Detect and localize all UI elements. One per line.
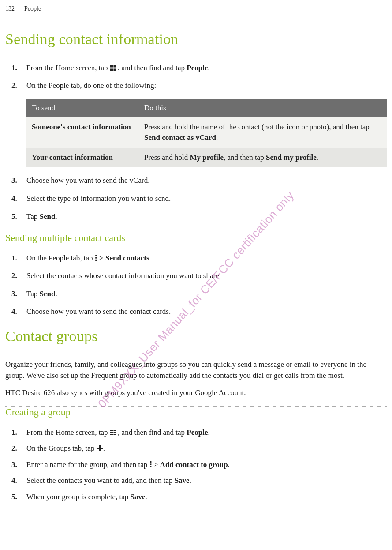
svg-rect-9 [95, 255, 97, 256]
step-item: 4. Select the contacts you want to add, … [26, 475, 387, 486]
step-number: 4. [11, 306, 17, 317]
svg-rect-16 [112, 432, 113, 433]
step-number: 5. [11, 492, 17, 503]
paragraph: HTC Desire 626 also syncs with groups yo… [5, 388, 387, 399]
step-tail: . [146, 493, 147, 501]
step-item: 2. On the Groups tab, tap . [26, 443, 387, 454]
sub-title-sending-multiple: Sending multiple contact cards [5, 233, 125, 243]
step-item: 5. When your group is complete, tap Save… [26, 492, 387, 503]
step-number: 3. [11, 460, 17, 471]
bold-term: Send [40, 290, 56, 298]
cell-text: Press and hold the name of the contact (… [144, 123, 370, 131]
section-title-contact-groups: Contact groups [5, 325, 387, 347]
svg-rect-1 [112, 65, 113, 67]
step-text: On the People tab, tap [26, 254, 95, 262]
svg-rect-20 [114, 434, 116, 435]
table-cell: Press and hold My profile, and then tap … [139, 148, 387, 168]
step-number: 1. [11, 63, 17, 74]
bold-term: People [187, 64, 208, 72]
step-text: Choose how you want to send the contact … [26, 307, 171, 316]
page-number: 132 [5, 4, 15, 13]
step-text: Choose how you want to send the vCard. [26, 176, 150, 185]
step-number: 1. [11, 253, 17, 264]
bold-term: Add contact to group [160, 460, 228, 469]
step-text: Tap [26, 290, 40, 298]
step-mid: > [99, 254, 105, 262]
bold-term: Send contacts [105, 254, 149, 262]
step-item: 1. From the Home screen, tap , and then … [26, 427, 387, 438]
dotted-line [5, 245, 387, 245]
bold-term: Save [131, 493, 146, 501]
step-item: 3. Choose how you want to send the vCard… [26, 175, 387, 186]
step-item: 2. On the People tab, do one of the foll… [26, 80, 387, 91]
table-cell: Press and hold the name of the contact (… [139, 117, 387, 148]
step-tail: . [208, 428, 210, 437]
step-item: 2. Select the contacts whose contact inf… [26, 271, 387, 282]
step-number: 1. [11, 427, 17, 438]
step-text: On the Groups tab, tap [26, 444, 97, 452]
step-text: , and then find and tap [118, 428, 187, 437]
step-item: 3. Enter a name for the group, and then … [26, 460, 387, 471]
step-text: Select the contacts whose contact inform… [26, 271, 219, 280]
step-mid: > [154, 460, 160, 469]
step-item: 1. From the Home screen, tap , and then … [26, 63, 387, 74]
svg-rect-2 [114, 65, 116, 67]
step-text: On the People tab, do one of the followi… [26, 81, 156, 90]
step-item: 3. Tap Send. [26, 289, 387, 300]
svg-rect-10 [95, 257, 97, 258]
svg-rect-14 [114, 430, 116, 431]
step-tail: . [228, 460, 230, 469]
plus-icon [97, 445, 103, 452]
paragraph: Organize your friends, family, and colle… [5, 359, 387, 381]
bold-term: Send my profile [266, 153, 317, 162]
cell-text: Press and hold [144, 153, 190, 162]
step-item: 4. Select the type of information you wa… [26, 193, 387, 204]
sub-title-wrap: Creating a group [5, 404, 387, 421]
svg-rect-3 [110, 67, 112, 68]
step-text: From the Home screen, tap [26, 428, 110, 437]
svg-rect-22 [97, 448, 103, 449]
table-cell-label: Someone's contact information [26, 117, 139, 148]
svg-rect-24 [150, 463, 151, 465]
svg-rect-19 [112, 434, 113, 435]
svg-rect-17 [114, 432, 116, 433]
step-number: 2. [11, 271, 17, 282]
bold-term: Send [40, 212, 56, 221]
steps-list-1a: 1. From the Home screen, tap , and then … [5, 63, 387, 91]
step-number: 4. [11, 475, 17, 486]
svg-rect-23 [150, 461, 151, 463]
cell-tail: . [216, 133, 218, 142]
more-vert-icon [95, 254, 97, 261]
svg-rect-0 [110, 65, 112, 67]
step-number: 2. [11, 80, 17, 91]
step-text: When your group is complete, tap [26, 493, 131, 501]
steps-list-2: 1. On the People tab, tap > Send contact… [5, 253, 387, 318]
step-item: 5. Tap Send. [26, 211, 387, 222]
svg-rect-5 [114, 67, 116, 68]
section-title-sending-contact-info: Sending contact information [5, 28, 387, 50]
svg-rect-11 [95, 259, 97, 260]
step-tail: . [190, 476, 191, 485]
step-text: Enter a name for the group, and then tap [26, 460, 149, 469]
step-text: Tap [26, 212, 40, 221]
step-text: From the Home screen, tap [26, 64, 110, 72]
step-number: 3. [11, 289, 17, 300]
svg-rect-18 [110, 434, 112, 435]
step-number: 3. [11, 175, 17, 186]
table-cell-label: Your contact information [26, 148, 139, 168]
step-text: Select the contacts you want to add, and… [26, 476, 175, 485]
page-header: 132 People [5, 3, 387, 21]
svg-rect-15 [110, 432, 112, 433]
options-table: To send Do this Someone's contact inform… [26, 99, 387, 168]
cell-mid: , and then tap [224, 153, 266, 162]
step-tail: . [103, 444, 105, 452]
table-header: Do this [139, 99, 387, 117]
step-tail: . [149, 254, 151, 262]
table-row: Your contact information Press and hold … [26, 148, 387, 168]
svg-rect-12 [110, 430, 112, 431]
step-item: 1. On the People tab, tap > Send contact… [26, 253, 387, 264]
svg-rect-25 [150, 466, 151, 467]
table-row: Someone's contact information Press and … [26, 117, 387, 148]
step-number: 2. [11, 443, 17, 454]
step-number: 4. [11, 193, 17, 204]
